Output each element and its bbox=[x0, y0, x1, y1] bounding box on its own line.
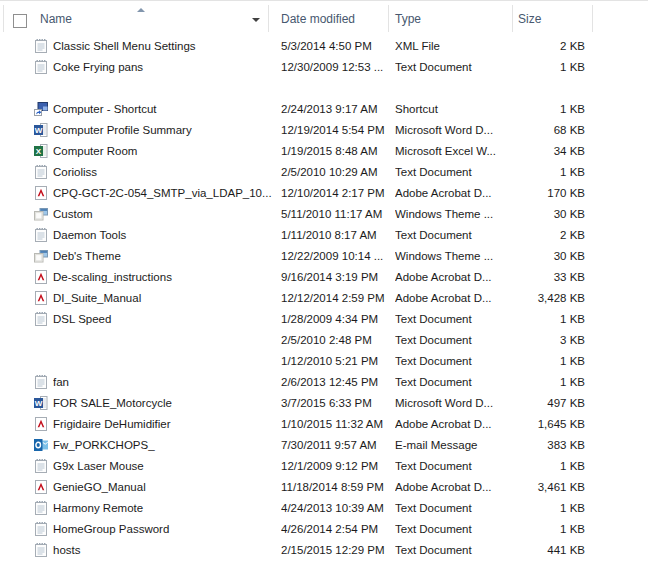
file-type: Adobe Acrobat D... bbox=[395, 267, 511, 288]
svg-text:W: W bbox=[35, 126, 43, 135]
file-type: Text Document bbox=[395, 372, 511, 393]
table-row[interactable]: hosts 2/15/2015 12:29 PM Text Document 4… bbox=[0, 540, 648, 561]
file-size: 1 KB bbox=[512, 309, 585, 330]
file-name: fan bbox=[53, 372, 277, 393]
notepad-icon bbox=[33, 227, 49, 243]
notepad-icon bbox=[33, 521, 49, 537]
file-date-modified: 2/5/2010 2:48 PM bbox=[281, 330, 387, 351]
file-name: FOR SALE_Motorcycle bbox=[53, 393, 277, 414]
table-row[interactable]: DSL Speed 1/28/2009 4:34 PM Text Documen… bbox=[0, 309, 648, 330]
file-name: CPQ-GCT-2C-054_SMTP_via_LDAP_10... bbox=[53, 183, 277, 204]
file-name: Classic Shell Menu Settings bbox=[53, 36, 277, 57]
table-row[interactable]: Coke Frying pans 12/30/2009 12:53 ... Te… bbox=[0, 57, 648, 78]
table-row[interactable]: Fw_PORKCHOPS_ 7/30/2011 9:57 AM E-mail M… bbox=[0, 435, 648, 456]
file-type: Text Document bbox=[395, 57, 511, 78]
table-row[interactable]: Harmony Remote 4/24/2013 10:39 AM Text D… bbox=[0, 498, 648, 519]
theme-icon bbox=[33, 206, 49, 222]
table-row[interactable]: G9x Laser Mouse 12/1/2009 9:12 PM Text D… bbox=[0, 456, 648, 477]
file-name: hosts bbox=[53, 540, 277, 561]
file-date-modified: 9/16/2014 3:19 PM bbox=[281, 267, 387, 288]
file-size: 33 KB bbox=[512, 267, 585, 288]
table-row[interactable]: CPQ-GCT-2C-054_SMTP_via_LDAP_10... 12/10… bbox=[0, 183, 648, 204]
file-size: 1,645 KB bbox=[512, 414, 585, 435]
file-size: 170 KB bbox=[512, 183, 585, 204]
column-header-date-label: Date modified bbox=[281, 12, 355, 26]
table-row[interactable]: Classic Shell Menu Settings 5/3/2014 4:5… bbox=[0, 36, 648, 57]
pdf-icon bbox=[33, 479, 49, 495]
file-type: Text Document bbox=[395, 225, 511, 246]
file-type: Text Document bbox=[395, 351, 511, 372]
table-row[interactable]: W FOR SALE_Motorcycle 3/7/2015 6:33 PM M… bbox=[0, 393, 648, 414]
file-size: 1 KB bbox=[512, 456, 585, 477]
table-row[interactable]: De-scaling_instructions 9/16/2014 3:19 P… bbox=[0, 267, 648, 288]
file-size: 3 KB bbox=[512, 330, 585, 351]
file-explorer-list-view: Name Date modified Type Size Classic She… bbox=[0, 0, 648, 565]
theme-icon bbox=[33, 248, 49, 264]
select-all-checkbox[interactable] bbox=[13, 14, 27, 28]
file-name: DI_Suite_Manual bbox=[53, 288, 277, 309]
table-row[interactable]: Computer - Shortcut 2/24/2013 9:17 AM Sh… bbox=[0, 99, 648, 120]
file-type: XML File bbox=[395, 36, 511, 57]
file-date-modified: 1/11/2010 8:17 AM bbox=[281, 225, 387, 246]
file-size: 1 KB bbox=[512, 99, 585, 120]
file-type: Adobe Acrobat D... bbox=[395, 477, 511, 498]
file-size: 68 KB bbox=[512, 120, 585, 141]
file-size: 3,428 KB bbox=[512, 288, 585, 309]
table-row[interactable]: Frigidaire DeHumidifier 1/10/2015 11:32 … bbox=[0, 414, 648, 435]
table-row[interactable]: DI_Suite_Manual 12/12/2014 2:59 PM Adobe… bbox=[0, 288, 648, 309]
table-row[interactable]: 1/12/2010 5:21 PM Text Document 1 KB bbox=[0, 351, 648, 372]
table-row[interactable]: Custom 5/11/2010 11:17 AM Windows Theme … bbox=[0, 204, 648, 225]
column-header-size-label: Size bbox=[518, 12, 541, 26]
column-header-name[interactable]: Name bbox=[0, 1, 268, 37]
file-type: Text Document bbox=[395, 309, 511, 330]
pdf-icon bbox=[33, 185, 49, 201]
file-size: 1 KB bbox=[512, 519, 585, 540]
file-type: Text Document bbox=[395, 540, 511, 561]
file-date-modified: 11/18/2014 8:59 PM bbox=[281, 477, 387, 498]
file-name bbox=[53, 330, 277, 351]
column-resize-handle-size[interactable] bbox=[592, 5, 593, 32]
notepad-icon bbox=[33, 59, 49, 75]
file-date-modified: 12/30/2009 12:53 ... bbox=[281, 57, 387, 78]
column-header-date-modified[interactable]: Date modified bbox=[268, 1, 388, 37]
no-icon bbox=[33, 332, 49, 348]
file-type: Adobe Acrobat D... bbox=[395, 183, 511, 204]
file-name: DSL Speed bbox=[53, 309, 277, 330]
svg-text:W: W bbox=[35, 399, 43, 408]
file-date-modified: 1/10/2015 11:32 AM bbox=[281, 414, 387, 435]
pdf-icon bbox=[33, 290, 49, 306]
filter-dropdown-icon[interactable] bbox=[248, 14, 264, 26]
file-name: Computer Room bbox=[53, 141, 277, 162]
outlook-icon bbox=[33, 437, 49, 453]
table-row[interactable]: HomeGroup Password 4/26/2014 2:54 PM Tex… bbox=[0, 519, 648, 540]
file-date-modified bbox=[281, 78, 387, 99]
table-row[interactable]: GenieGO_Manual 11/18/2014 8:59 PM Adobe … bbox=[0, 477, 648, 498]
file-type bbox=[395, 78, 511, 99]
file-date-modified: 2/15/2015 12:29 PM bbox=[281, 540, 387, 561]
file-date-modified: 3/7/2015 6:33 PM bbox=[281, 393, 387, 414]
column-header-type[interactable]: Type bbox=[388, 1, 512, 37]
file-size: 1 KB bbox=[512, 57, 585, 78]
file-size: 34 KB bbox=[512, 141, 585, 162]
table-row[interactable]: fan 2/6/2013 12:45 PM Text Document 1 KB bbox=[0, 372, 648, 393]
file-type: Adobe Acrobat D... bbox=[395, 288, 511, 309]
file-size: 441 KB bbox=[512, 540, 585, 561]
file-date-modified: 1/12/2010 5:21 PM bbox=[281, 351, 387, 372]
table-row[interactable]: Daemon Tools 1/11/2010 8:17 AM Text Docu… bbox=[0, 225, 648, 246]
column-header-size[interactable]: Size bbox=[512, 1, 592, 37]
file-date-modified: 12/22/2009 10:14 ... bbox=[281, 246, 387, 267]
file-name: Frigidaire DeHumidifier bbox=[53, 414, 277, 435]
file-size: 3,461 KB bbox=[512, 477, 585, 498]
table-row[interactable]: W Computer Profile Summary 12/19/2014 5:… bbox=[0, 120, 648, 141]
table-row[interactable]: Deb's Theme 12/22/2009 10:14 ... Windows… bbox=[0, 246, 648, 267]
file-size: 383 KB bbox=[512, 435, 585, 456]
table-row[interactable]: X Computer Room 1/19/2015 8:48 AM Micros… bbox=[0, 141, 648, 162]
file-type: E-mail Message bbox=[395, 435, 511, 456]
file-date-modified: 2/24/2013 9:17 AM bbox=[281, 99, 387, 120]
file-date-modified: 12/19/2014 5:54 PM bbox=[281, 120, 387, 141]
table-row[interactable]: 2/5/2010 2:48 PM Text Document 3 KB bbox=[0, 330, 648, 351]
file-size: 497 KB bbox=[512, 393, 585, 414]
file-name: Daemon Tools bbox=[53, 225, 277, 246]
notepad-icon bbox=[33, 164, 49, 180]
table-row[interactable]: Corioliss 2/5/2010 10:29 AM Text Documen… bbox=[0, 162, 648, 183]
